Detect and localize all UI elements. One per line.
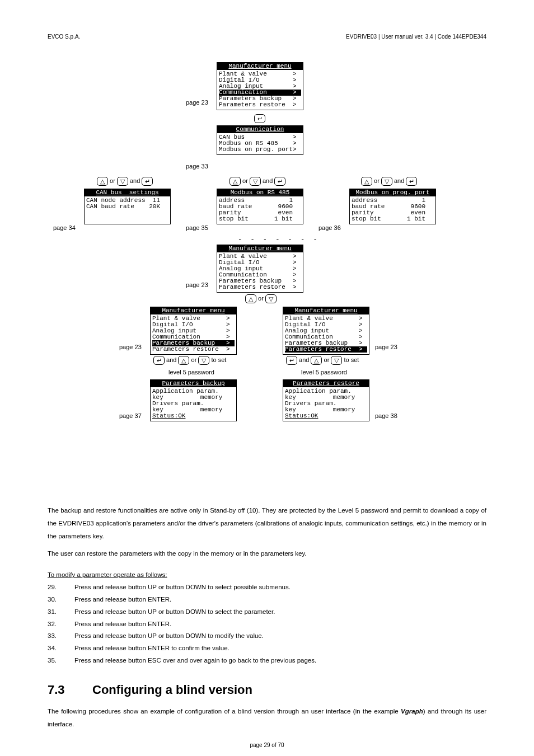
- enter-icon: ↵: [142, 177, 153, 186]
- lcd-menu-restore-hl: Manufacturer menu Plant & valve > Digita…: [283, 307, 369, 355]
- up-icon: △: [311, 356, 322, 365]
- lcd-communication: Communication CAN bus > Modbus on RS 485…: [217, 125, 303, 155]
- nav-up-down: △ or ▽: [245, 294, 277, 303]
- up-icon: △: [361, 177, 372, 186]
- section-7-3-text: The following procedures show an example…: [48, 705, 486, 731]
- page-footer: page 29 of 70: [48, 742, 486, 748]
- label-page-33: page 33: [186, 163, 208, 170]
- label-page-23-a: page 23: [186, 99, 208, 106]
- lcd-modbus-rs485: Modbus on RS 485 address 1 baud rate 960…: [217, 189, 303, 224]
- label-level5-left: level 5 password: [168, 369, 214, 375]
- step-row: 34.Press and release button ENTER to con…: [48, 642, 486, 655]
- lcd-parameters-restore: Parameters restore Application param. ke…: [283, 379, 369, 421]
- label-page-38: page 38: [375, 412, 397, 419]
- label-page-23-b: page 23: [186, 281, 208, 288]
- down-icon: ▽: [117, 177, 128, 186]
- paragraph-user-restore: The user can restore the parameters with…: [48, 547, 486, 560]
- label-page-36: page 36: [318, 224, 341, 231]
- down-icon: ▽: [381, 177, 392, 186]
- section-heading-7-3: 7.3 Configuring a blind version: [48, 683, 486, 697]
- up-icon: △: [97, 177, 108, 186]
- step-row: 30.Press and release button ENTER.: [48, 594, 486, 606]
- enter-icon: ↵: [286, 356, 297, 365]
- separator-dashes: - - - - - - -: [238, 236, 320, 243]
- label-page-23-c: page 23: [119, 344, 142, 350]
- steps-list: 29.Press and release button UP or button…: [48, 581, 486, 667]
- enter-icon: ↵: [406, 177, 417, 186]
- nav-row-mid: △ or ▽ and ↵: [229, 177, 285, 186]
- menu-diagram: Manufacturer menu Plant & valve > Digita…: [48, 62, 486, 493]
- step-row: 35.Press and release button ESC over and…: [48, 655, 486, 667]
- label-level5-right: level 5 password: [301, 369, 347, 375]
- lcd-menu-backup-hl: Manufacturer menu Plant & valve > Digita…: [150, 307, 237, 355]
- step-row: 31.Press and release button UP or button…: [48, 606, 486, 618]
- modify-param-heading: To modify a parameter operate as follows…: [48, 571, 486, 578]
- nav-set-left: ↵ and △ or ▽ to set: [153, 356, 226, 365]
- lcd-parameters-backup: Parameters backup Application param. key…: [150, 379, 237, 421]
- label-page-35: page 35: [186, 224, 208, 231]
- enter-icon: ↵: [274, 177, 285, 186]
- enter-icon: ↵: [153, 356, 165, 365]
- header-left: EVCO S.p.A.: [48, 34, 80, 40]
- paragraph-backup-restore: The backup and restore functionalities a…: [48, 504, 486, 543]
- nav-row-left: △ or ▽ and ↵: [97, 177, 153, 186]
- lcd-manufacturer-menu-2: Manufacturer menu Plant & valve > Digita…: [217, 245, 303, 293]
- step-row: 32.Press and release button ENTER.: [48, 618, 486, 631]
- nav-set-right: ↵ and △ or ▽ to set: [286, 356, 359, 365]
- step-row: 33.Press and release button UP or button…: [48, 630, 486, 642]
- up-icon: △: [178, 356, 189, 365]
- down-icon: ▽: [198, 356, 209, 365]
- label-page-23-d: page 23: [375, 344, 397, 350]
- down-icon: ▽: [265, 294, 277, 303]
- down-icon: ▽: [331, 356, 342, 365]
- lcd-manufacturer-menu-1: Manufacturer menu Plant & valve > Digita…: [217, 62, 303, 110]
- enter-icon: ↵: [254, 114, 265, 123]
- up-icon: △: [245, 294, 256, 303]
- label-page-37: page 37: [119, 412, 142, 419]
- up-icon: △: [229, 177, 241, 186]
- label-page-34: page 34: [53, 224, 76, 231]
- nav-row-right: △ or ▽ and ↵: [361, 177, 417, 186]
- lcd-modbus-prog: Modbus on prog. port address 1 baud rate…: [349, 189, 436, 224]
- step-row: 29.Press and release button UP or button…: [48, 581, 486, 594]
- header-right: EVDRIVE03 | User manual ver. 3.4 | Code …: [346, 34, 486, 40]
- lcd-can-bus: CAN bus settings CAN node address 11 CAN…: [84, 189, 171, 224]
- down-icon: ▽: [250, 177, 261, 186]
